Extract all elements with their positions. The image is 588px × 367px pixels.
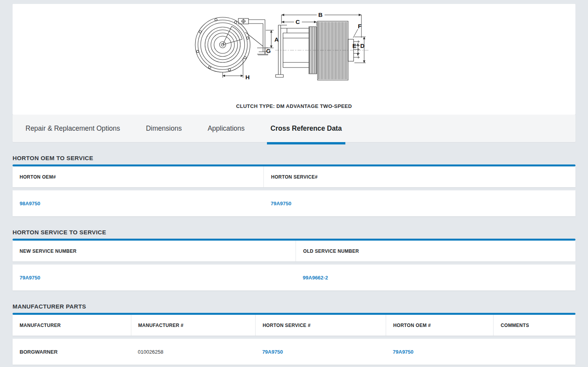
column-header-new-service-number: NEW SERVICE NUMBER [13, 241, 296, 261]
column-header-horton-service: HORTON SERVICE# [263, 166, 575, 187]
clutch-technical-diagram: A B C D E F G H [184, 9, 404, 99]
product-diagram-card: A B C D E F G H CLUTCH TYPE: DM ADVANTAG… [13, 4, 575, 115]
dim-label-g: G [266, 47, 271, 54]
part-link-new-service[interactable]: 79A9750 [20, 275, 40, 281]
column-header-comments: COMMENTS [493, 315, 575, 336]
cell-manufacturer: BORGWARNER [13, 349, 131, 355]
dim-label-e: E [352, 42, 356, 49]
table-header-row: HORTON OEM# HORTON SERVICE# [13, 166, 575, 187]
cell-manufacturer-number: 010026258 [131, 349, 255, 355]
active-tab-underline [267, 142, 345, 144]
table-row: BORGWARNER 010026258 79A9750 79A9750 [13, 339, 575, 365]
manufacturer-parts-table: MANUFACTURER MANUFACTURER # HORTON SERVI… [13, 313, 575, 365]
section-title-oem-to-service: HORTON OEM TO SERVICE [13, 155, 575, 161]
column-header-horton-oem: HORTON OEM# [13, 166, 263, 187]
dim-label-c: C [296, 18, 300, 25]
column-header-old-service-number: OLD SERVICE NUMBER [296, 241, 575, 261]
tab-label: Applications [208, 124, 245, 133]
tab-label: Repair & Replacement Options [25, 124, 120, 133]
column-header-horton-oem-number: HORTON OEM # [386, 315, 493, 336]
section-title-manufacturer-parts: MANUFACTURER PARTS [13, 303, 575, 310]
part-link-old-service[interactable]: 99A9662-2 [303, 275, 328, 281]
part-link-horton-service[interactable]: 79A9750 [262, 349, 283, 355]
dim-label-a: A [274, 36, 279, 43]
tab-repair-replacement-options[interactable]: Repair & Replacement Options [13, 115, 133, 142]
tab-cross-reference-data[interactable]: Cross Reference Data [258, 115, 355, 142]
page: A B C D E F G H CLUTCH TYPE: DM ADVANTAG… [0, 0, 588, 367]
section-title-service-to-service: HORTON SERVICE TO SERVICE [13, 229, 575, 236]
tab-dimensions[interactable]: Dimensions [133, 115, 194, 142]
oem-to-service-table: HORTON OEM# HORTON SERVICE# 98A9750 79A9… [13, 164, 575, 216]
service-to-service-table: NEW SERVICE NUMBER OLD SERVICE NUMBER 79… [13, 239, 575, 290]
table-header-row: NEW SERVICE NUMBER OLD SERVICE NUMBER [13, 241, 575, 261]
dim-label-d: D [360, 42, 365, 49]
column-header-horton-service-number: HORTON SERVICE # [255, 315, 386, 336]
table-row: 98A9750 79A9750 [13, 190, 575, 216]
column-header-manufacturer-number: MANUFACTURER # [131, 315, 255, 336]
column-header-manufacturer: MANUFACTURER [13, 315, 131, 336]
dimension-lines [223, 15, 366, 78]
table-row: 79A9750 99A9662-2 [13, 265, 575, 290]
diagram-wrap: A B C D E F G H [184, 9, 404, 100]
part-link-service[interactable]: 79A9750 [270, 201, 291, 206]
front-view-lines [195, 17, 268, 72]
dim-label-b: B [318, 11, 323, 18]
tab-bar: Repair & Replacement Options Dimensions … [13, 115, 575, 142]
side-view-lines [275, 21, 368, 80]
part-link-horton-oem[interactable]: 79A9750 [393, 349, 414, 355]
part-link-oem[interactable]: 98A9750 [20, 201, 40, 206]
tab-label: Cross Reference Data [270, 124, 342, 133]
dim-label-f: F [358, 23, 361, 29]
tab-label: Dimensions [146, 124, 181, 133]
table-header-row: MANUFACTURER MANUFACTURER # HORTON SERVI… [13, 315, 575, 336]
dim-label-h: H [245, 74, 250, 80]
clutch-type-caption: CLUTCH TYPE: DM ADVANTAGE TWO-SPEED [236, 103, 352, 115]
tab-applications[interactable]: Applications [195, 115, 258, 142]
